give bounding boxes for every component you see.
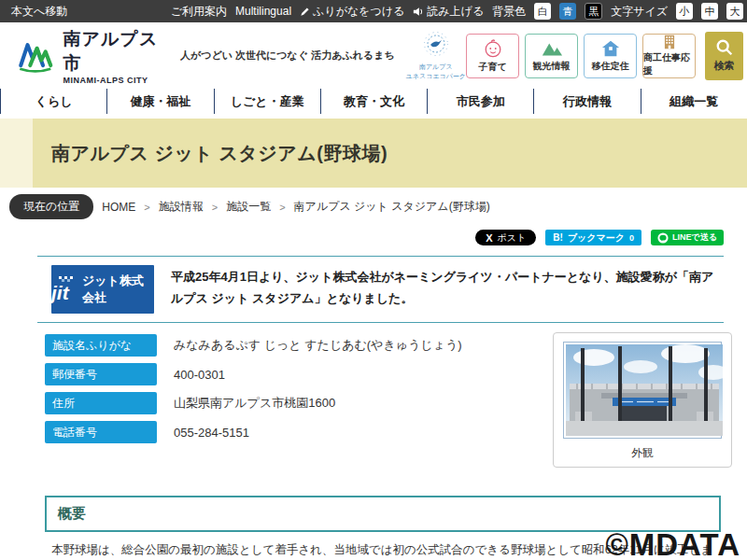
- ecopark-line1: 南アルプス: [406, 63, 466, 71]
- row-label: 住所: [45, 392, 157, 414]
- shoko-button[interactable]: 商工仕事応援: [642, 34, 696, 78]
- nav-kenko[interactable]: 健康・福祉: [106, 89, 213, 114]
- mountain-icon: [541, 39, 563, 58]
- row-label: 郵便番号: [45, 363, 157, 385]
- search-icon: [715, 38, 734, 57]
- mountain-logo-icon: [13, 36, 58, 76]
- divider: [37, 256, 724, 257]
- breadcrumb-shisetsu-ichiran[interactable]: 施設一覧: [226, 199, 271, 215]
- furigana-toggle[interactable]: ふりがなをつける: [300, 4, 404, 20]
- row-value: みなみあるぷす じっと すたじあむ(やきゅうじょう): [174, 337, 462, 354]
- x-post-button[interactable]: X ポスト: [475, 230, 536, 245]
- line-share-button[interactable]: LINEで送る: [651, 230, 724, 245]
- table-row: 郵便番号 400-0301: [45, 363, 553, 385]
- overview-heading: 概要: [58, 505, 708, 523]
- page-title: 南アルプス ジット スタジアム(野球場): [51, 141, 388, 166]
- building-icon: [660, 35, 679, 49]
- bg-blue-button[interactable]: 青: [559, 3, 576, 20]
- kosodate-button[interactable]: 子育て: [466, 34, 519, 78]
- x-logo-icon: X: [486, 232, 492, 244]
- hatena-count: 0: [629, 233, 634, 243]
- city-logo[interactable]: 南アルプス市 MINAMI-ALPS CITY: [13, 27, 167, 85]
- breadcrumb-home[interactable]: HOME: [102, 201, 135, 214]
- breadcrumb-separator: >: [144, 202, 149, 213]
- city-name: 南アルプス市: [63, 27, 167, 76]
- city-tagline: 人がつどい 次世代につなぐ 活力あふれるまち: [180, 49, 395, 63]
- read-aloud-button[interactable]: 読み上げる: [413, 4, 484, 20]
- breadcrumb-shisetsu-joho[interactable]: 施設情報: [159, 199, 204, 215]
- nav-gyosei[interactable]: 行政情報: [533, 89, 640, 114]
- row-label: 電話番号: [45, 421, 157, 443]
- stadium-photo: [563, 342, 722, 439]
- row-value: 山梨県南アルプス市桃園1600: [174, 395, 335, 412]
- breadcrumb-separator: >: [212, 202, 218, 213]
- ecopark-line2: ユネスコエコパーク: [406, 72, 466, 80]
- font-small-button[interactable]: 小: [676, 3, 693, 20]
- title-band: 南アルプス ジット スタジアム(野球場): [0, 119, 747, 188]
- nav-shimin[interactable]: 市民参加: [427, 89, 533, 114]
- skip-to-content-link[interactable]: 本文へ移動: [11, 4, 67, 20]
- usage-guide-link[interactable]: ご利用案内: [171, 4, 227, 20]
- hatena-bookmark-button[interactable]: B! ブックマーク 0: [545, 230, 641, 245]
- nav-kurashi[interactable]: くらし: [0, 89, 106, 114]
- city-name-en: MINAMI-ALPS CITY: [63, 76, 167, 85]
- search-button[interactable]: 検索: [705, 32, 743, 80]
- breadcrumb: 現在の位置 HOME > 施設情報 > 施設一覧 > 南アルプス ジット スタジ…: [0, 194, 747, 219]
- nav-shigoto[interactable]: しごと・産業: [214, 89, 320, 114]
- house-icon: [600, 39, 621, 58]
- breadcrumb-current: 南アルプス ジット スタジアム(野球場): [294, 199, 490, 215]
- line-icon: [657, 232, 669, 244]
- hatena-b-icon: B!: [553, 232, 563, 243]
- row-value: 055-284-5151: [174, 426, 249, 440]
- bg-color-label: 背景色: [492, 4, 526, 20]
- naming-rights-notice: jit ジット株式会社 平成25年4月1日より、ジット株式会社がネーミングライツ…: [51, 265, 724, 314]
- naming-rights-text: 平成25年4月1日より、ジット株式会社がネーミングライツ・パートナーとなり、施設…: [171, 265, 724, 310]
- facility-photo-card: 外観: [553, 332, 732, 468]
- global-nav: くらし 健康・福祉 しごと・産業 教育・文化 市民参加 行政情報 組織一覧: [0, 89, 747, 114]
- iju-button[interactable]: 移住定住: [584, 34, 637, 78]
- font-size-label: 文字サイズ: [611, 4, 668, 20]
- table-row: 施設名ふりがな みなみあるぷす じっと すたじあむ(やきゅうじょう): [45, 334, 553, 357]
- bg-white-button[interactable]: 白: [534, 3, 551, 20]
- font-medium-button[interactable]: 中: [701, 3, 718, 20]
- divider: [37, 322, 724, 323]
- pencil-icon: [300, 7, 310, 17]
- table-row: 住所 山梨県南アルプス市桃園1600: [45, 392, 553, 414]
- breadcrumb-label: 現在の位置: [9, 194, 93, 219]
- photo-caption: 外観: [563, 445, 722, 461]
- nav-soshiki[interactable]: 組織一覧: [641, 89, 747, 114]
- row-label: 施設名ふりがな: [45, 334, 157, 357]
- site-header: 南アルプス市 MINAMI-ALPS CITY 人がつどい 次世代につなぐ 活力…: [0, 22, 747, 89]
- ecopark-logo[interactable]: 南アルプス ユネスコエコパーク: [406, 31, 466, 79]
- baby-icon: [483, 38, 503, 59]
- bg-black-button[interactable]: 黒: [585, 3, 602, 20]
- utility-bar: 本文へ移動 ご利用案内 Multilingual ふりがなをつける 読み上げる …: [0, 0, 747, 22]
- facility-section: 施設名ふりがな みなみあるぷす じっと すたじあむ(やきゅうじょう) 郵便番号 …: [45, 332, 732, 468]
- multilingual-link[interactable]: Multilingual: [235, 5, 291, 18]
- jit-logo-text: jit: [51, 283, 69, 302]
- kanko-button[interactable]: 観光情報: [525, 34, 578, 78]
- watermark: ©MDATA: [605, 527, 740, 560]
- row-value: 400-0301: [174, 368, 225, 382]
- nav-kyoiku[interactable]: 教育・文化: [320, 89, 427, 114]
- jit-company-name: ジット株式会社: [82, 273, 154, 306]
- share-row: X ポスト B! ブックマーク 0 LINEで送る: [0, 219, 747, 250]
- speaker-icon: [413, 7, 424, 17]
- breadcrumb-separator: >: [279, 202, 285, 213]
- jit-logo: jit ジット株式会社: [51, 265, 154, 314]
- font-large-button[interactable]: 大: [726, 3, 743, 20]
- ecopark-icon: [420, 31, 452, 59]
- table-row: 電話番号 055-284-5151: [45, 421, 553, 443]
- facility-info-table: 施設名ふりがな みなみあるぷす じっと すたじあむ(やきゅうじょう) 郵便番号 …: [45, 332, 553, 468]
